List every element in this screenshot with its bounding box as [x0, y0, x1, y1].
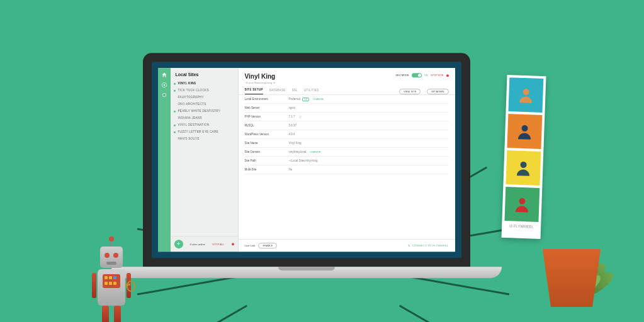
tab-ssl[interactable]: SSL — [292, 89, 298, 94]
svg-point-3 — [521, 125, 528, 131]
sidebar: Local Sites VINYL KING TICK TOCK CLOCKS … — [171, 68, 239, 252]
tab-utilities[interactable]: UTILITIES — [304, 89, 319, 94]
tab-site-setup[interactable]: SITE SETUP — [245, 88, 263, 94]
row-site-path: Site Path ~/Local Sites/vinyl-king — [245, 157, 449, 165]
main-footer: Live Link ENABLE ⇅ CONNECT TO FLYWHEEL — [239, 239, 455, 252]
main-panel: Vinyl King ~/Local Sites/vinyl-king ⟳ DE… — [239, 68, 455, 252]
dev-mode-label: DEV MODE — [395, 74, 409, 77]
add-site-button[interactable]: + — [174, 240, 183, 248]
photo-3 — [506, 150, 541, 186]
main-header: Vinyl King ~/Local Sites/vinyl-king ⟳ DE… — [239, 68, 455, 86]
site-details: Local Environment Preferred1.0 CHANGE We… — [239, 95, 455, 239]
photostrip-brand: ◎ FLYWHEEL — [504, 223, 538, 229]
sidebar-item-hans[interactable]: HAN'S SOLOS — [171, 135, 238, 142]
svg-rect-1 — [162, 94, 166, 97]
live-link-label: Live Link — [245, 244, 256, 247]
tab-database[interactable]: DATABASE — [269, 89, 286, 94]
stop-all-button[interactable]: STOP ALL — [212, 243, 225, 246]
sidebar-item-vinyl-king[interactable]: VINYL KING — [171, 80, 238, 87]
row-local-env: Local Environment Preferred1.0 CHANGE — [245, 95, 449, 104]
sidebar-item-fauxtography[interactable]: FAUXTOGRAPHY — [171, 94, 238, 101]
sidebar-item-vinyl-dest[interactable]: VINYL DESTINATION — [171, 121, 238, 128]
site-title: Vinyl King — [245, 73, 276, 80]
row-wp: WordPress Version 4.9.4 — [245, 130, 449, 139]
sites-online-count: 4 sites online — [189, 243, 205, 246]
flywheel-logo-icon: ◎ — [509, 223, 512, 228]
photo-strip: ◎ FLYWHEEL — [501, 75, 546, 239]
svg-point-5 — [519, 198, 525, 204]
compass-icon[interactable] — [161, 82, 167, 88]
dev-mode-toggle[interactable] — [412, 73, 422, 77]
tabs: SITE SETUP DATABASE SSL UTILITIES VIEW S… — [239, 86, 455, 95]
sidebar-item-pearly[interactable]: PEARLY WHITE DENTISTRY — [171, 108, 238, 114]
row-mysql: MySQL 5.6.37 — [245, 121, 449, 130]
svg-point-2 — [523, 89, 529, 95]
change-domain-link[interactable]: CHANGE — [310, 150, 320, 153]
sidebar-item-indiana[interactable]: INDIANA JEANS — [171, 114, 238, 121]
stop-site-button[interactable]: STOP SITE — [431, 74, 444, 77]
php-info-icon[interactable]: ⓘ — [299, 115, 302, 118]
wp-admin-button[interactable]: WP ADMIN — [427, 89, 448, 94]
row-php: PHP Version 7.1.7 ⓘ — [245, 113, 449, 121]
robot-decoration — [98, 269, 125, 306]
nav-rail — [158, 68, 171, 252]
site-path: ~/Local Sites/vinyl-king ⟳ — [245, 81, 276, 84]
sidebar-footer: + 4 sites online STOP ALL — [171, 236, 238, 252]
sidebar-title: Local Sites — [171, 68, 238, 80]
sidebar-list: VINYL KING TICK TOCK CLOCKS FAUXTOGRAPHY… — [171, 80, 238, 236]
toggle-on-label: ON — [424, 74, 428, 77]
connect-icon: ⇅ — [408, 244, 410, 247]
sidebar-item-tick-tock[interactable]: TICK TOCK CLOCKS — [171, 87, 238, 94]
sidebar-item-ono[interactable]: ONO ARCHITECTS — [171, 101, 238, 108]
photo-1 — [509, 77, 544, 113]
photo-2 — [507, 114, 542, 149]
stop-indicator-icon — [446, 74, 449, 77]
plugin-icon[interactable] — [161, 92, 167, 98]
row-web-server: Web Server nginx — [245, 104, 449, 113]
row-multisite: Multi-Site No — [245, 165, 449, 174]
home-icon[interactable] — [161, 72, 167, 78]
laptop-mockup: Local Sites VINYL KING TICK TOCK CLOCKS … — [143, 53, 502, 278]
stop-all-indicator-icon — [232, 243, 234, 245]
plant-decoration — [537, 249, 606, 307]
row-domain: Site Domain vinylking.local CHANGE — [245, 148, 449, 157]
svg-point-4 — [520, 162, 526, 168]
row-site-name: Site Name Vinyl King — [245, 139, 449, 148]
view-site-button[interactable]: VIEW SITE — [399, 89, 421, 94]
sidebar-item-fuzzy[interactable]: FUZZY LETTER EYE CARE — [171, 128, 238, 135]
local-app: Local Sites VINYL KING TICK TOCK CLOCKS … — [158, 68, 455, 252]
change-env-link[interactable]: CHANGE — [313, 97, 324, 101]
enable-live-link-button[interactable]: ENABLE — [258, 243, 277, 248]
connect-flywheel-button[interactable]: ⇅ CONNECT TO FLYWHEEL — [408, 244, 448, 247]
photo-4 — [504, 187, 539, 222]
